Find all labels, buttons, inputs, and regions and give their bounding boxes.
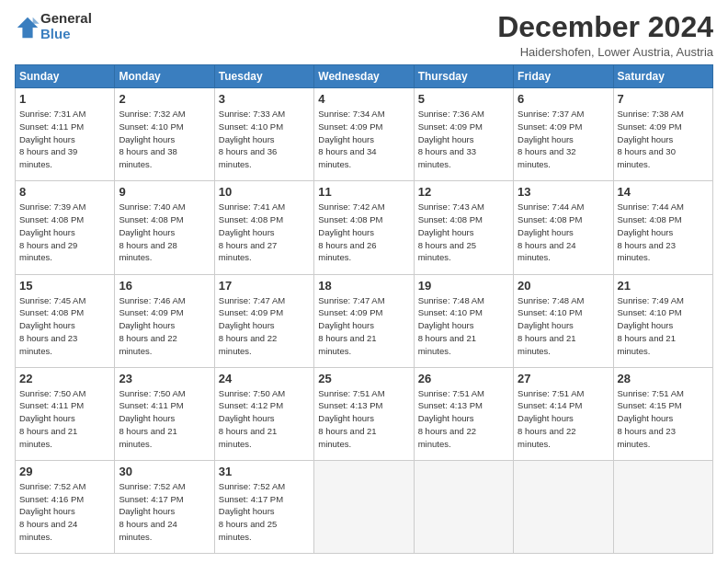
table-row	[514, 460, 613, 553]
day-info: Sunrise: 7:32 AM Sunset: 4:10 PM Dayligh…	[119, 108, 210, 171]
table-row	[314, 460, 414, 553]
day-number: 27	[518, 372, 609, 385]
table-row: 23 Sunrise: 7:50 AM Sunset: 4:11 PM Dayl…	[115, 367, 214, 460]
day-info: Sunrise: 7:42 AM Sunset: 4:08 PM Dayligh…	[318, 201, 409, 264]
day-number: 1	[19, 92, 110, 106]
table-row: 5 Sunrise: 7:36 AM Sunset: 4:09 PM Dayli…	[414, 88, 513, 181]
table-row: 15 Sunrise: 7:45 AM Sunset: 4:08 PM Dayl…	[16, 274, 115, 367]
svg-marker-1	[33, 17, 40, 23]
table-row	[414, 460, 513, 553]
day-number: 26	[418, 372, 509, 385]
table-row: 20 Sunrise: 7:48 AM Sunset: 4:10 PM Dayl…	[514, 274, 613, 367]
table-row: 19 Sunrise: 7:48 AM Sunset: 4:10 PM Dayl…	[414, 274, 513, 367]
day-info: Sunrise: 7:41 AM Sunset: 4:08 PM Dayligh…	[219, 201, 310, 264]
calendar-week-row: 8 Sunrise: 7:39 AM Sunset: 4:08 PM Dayli…	[16, 181, 713, 274]
calendar-header-row: Sunday Monday Tuesday Wednesday Thursday…	[16, 65, 713, 88]
table-row: 10 Sunrise: 7:41 AM Sunset: 4:08 PM Dayl…	[214, 181, 313, 274]
day-number: 14	[618, 185, 709, 199]
day-number: 23	[119, 372, 210, 385]
table-row: 6 Sunrise: 7:37 AM Sunset: 4:09 PM Dayli…	[514, 88, 613, 181]
col-thursday: Thursday	[414, 65, 513, 88]
table-row: 26 Sunrise: 7:51 AM Sunset: 4:13 PM Dayl…	[414, 367, 513, 460]
table-row: 27 Sunrise: 7:51 AM Sunset: 4:14 PM Dayl…	[514, 367, 613, 460]
day-number: 19	[418, 279, 509, 293]
day-info: Sunrise: 7:37 AM Sunset: 4:09 PM Dayligh…	[518, 108, 609, 171]
day-info: Sunrise: 7:44 AM Sunset: 4:08 PM Dayligh…	[518, 201, 609, 264]
table-row: 13 Sunrise: 7:44 AM Sunset: 4:08 PM Dayl…	[514, 181, 613, 274]
day-info: Sunrise: 7:44 AM Sunset: 4:08 PM Dayligh…	[618, 201, 709, 264]
table-row: 30 Sunrise: 7:52 AM Sunset: 4:17 PM Dayl…	[115, 460, 214, 553]
day-number: 25	[318, 372, 409, 385]
day-info: Sunrise: 7:31 AM Sunset: 4:11 PM Dayligh…	[19, 108, 110, 171]
calendar-table: Sunday Monday Tuesday Wednesday Thursday…	[15, 64, 713, 554]
day-info: Sunrise: 7:39 AM Sunset: 4:08 PM Dayligh…	[19, 201, 110, 264]
day-info: Sunrise: 7:51 AM Sunset: 4:15 PM Dayligh…	[618, 387, 709, 451]
day-number: 17	[219, 279, 310, 293]
logo-general: General	[40, 10, 92, 26]
table-row: 7 Sunrise: 7:38 AM Sunset: 4:09 PM Dayli…	[613, 88, 712, 181]
day-info: Sunrise: 7:33 AM Sunset: 4:10 PM Dayligh…	[219, 108, 310, 171]
day-info: Sunrise: 7:47 AM Sunset: 4:09 PM Dayligh…	[318, 294, 409, 358]
day-number: 2	[119, 92, 210, 106]
col-monday: Monday	[115, 65, 214, 88]
day-number: 15	[19, 279, 110, 293]
day-info: Sunrise: 7:52 AM Sunset: 4:16 PM Dayligh…	[19, 480, 110, 544]
day-number: 12	[418, 185, 509, 199]
day-number: 20	[518, 279, 609, 293]
col-saturday: Saturday	[613, 65, 712, 88]
table-row: 12 Sunrise: 7:43 AM Sunset: 4:08 PM Dayl…	[414, 181, 513, 274]
day-number: 28	[618, 372, 709, 385]
day-number: 13	[518, 185, 609, 199]
location: Haidershofen, Lower Austria, Austria	[497, 45, 713, 59]
table-row: 2 Sunrise: 7:32 AM Sunset: 4:10 PM Dayli…	[115, 88, 214, 181]
table-row: 22 Sunrise: 7:50 AM Sunset: 4:11 PM Dayl…	[16, 367, 115, 460]
table-row: 24 Sunrise: 7:50 AM Sunset: 4:12 PM Dayl…	[214, 367, 313, 460]
table-row: 31 Sunrise: 7:52 AM Sunset: 4:17 PM Dayl…	[214, 460, 313, 553]
month-title: December 2024	[497, 11, 713, 43]
day-number: 22	[19, 372, 110, 385]
col-tuesday: Tuesday	[214, 65, 313, 88]
day-number: 30	[119, 465, 210, 478]
day-info: Sunrise: 7:51 AM Sunset: 4:13 PM Dayligh…	[418, 387, 509, 451]
table-row: 3 Sunrise: 7:33 AM Sunset: 4:10 PM Dayli…	[214, 88, 313, 181]
logo: General Blue	[15, 11, 92, 41]
day-info: Sunrise: 7:34 AM Sunset: 4:09 PM Dayligh…	[318, 108, 409, 171]
table-row	[613, 460, 712, 553]
day-info: Sunrise: 7:38 AM Sunset: 4:09 PM Dayligh…	[618, 108, 709, 171]
col-sunday: Sunday	[16, 65, 115, 88]
table-row: 11 Sunrise: 7:42 AM Sunset: 4:08 PM Dayl…	[314, 181, 414, 274]
table-row: 16 Sunrise: 7:46 AM Sunset: 4:09 PM Dayl…	[115, 274, 214, 367]
day-info: Sunrise: 7:51 AM Sunset: 4:14 PM Dayligh…	[518, 387, 609, 451]
day-info: Sunrise: 7:45 AM Sunset: 4:08 PM Dayligh…	[19, 294, 110, 358]
day-info: Sunrise: 7:50 AM Sunset: 4:11 PM Dayligh…	[119, 387, 210, 451]
day-number: 10	[219, 185, 310, 199]
logo-text: General Blue	[40, 11, 92, 41]
day-number: 24	[219, 372, 310, 385]
title-block: December 2024 Haidershofen, Lower Austri…	[497, 11, 713, 59]
col-wednesday: Wednesday	[314, 65, 414, 88]
day-number: 16	[119, 279, 210, 293]
day-number: 5	[418, 92, 509, 106]
day-number: 9	[119, 185, 210, 199]
calendar-week-row: 15 Sunrise: 7:45 AM Sunset: 4:08 PM Dayl…	[16, 274, 713, 367]
day-info: Sunrise: 7:51 AM Sunset: 4:13 PM Dayligh…	[318, 387, 409, 451]
table-row: 17 Sunrise: 7:47 AM Sunset: 4:09 PM Dayl…	[214, 274, 313, 367]
table-row: 8 Sunrise: 7:39 AM Sunset: 4:08 PM Dayli…	[16, 181, 115, 274]
table-row: 1 Sunrise: 7:31 AM Sunset: 4:11 PM Dayli…	[16, 88, 115, 181]
table-row: 14 Sunrise: 7:44 AM Sunset: 4:08 PM Dayl…	[613, 181, 712, 274]
logo-icon	[15, 15, 40, 40]
day-number: 11	[318, 185, 409, 199]
day-info: Sunrise: 7:48 AM Sunset: 4:10 PM Dayligh…	[418, 294, 509, 358]
day-info: Sunrise: 7:50 AM Sunset: 4:11 PM Dayligh…	[19, 387, 110, 451]
day-number: 3	[219, 92, 310, 106]
day-info: Sunrise: 7:52 AM Sunset: 4:17 PM Dayligh…	[119, 480, 210, 544]
day-info: Sunrise: 7:40 AM Sunset: 4:08 PM Dayligh…	[119, 201, 210, 264]
day-info: Sunrise: 7:43 AM Sunset: 4:08 PM Dayligh…	[418, 201, 509, 264]
table-row: 29 Sunrise: 7:52 AM Sunset: 4:16 PM Dayl…	[16, 460, 115, 553]
day-info: Sunrise: 7:47 AM Sunset: 4:09 PM Dayligh…	[219, 294, 310, 358]
day-number: 31	[219, 465, 310, 478]
day-number: 29	[19, 465, 110, 478]
day-info: Sunrise: 7:50 AM Sunset: 4:12 PM Dayligh…	[219, 387, 310, 451]
calendar-week-row: 22 Sunrise: 7:50 AM Sunset: 4:11 PM Dayl…	[16, 367, 713, 460]
header: General Blue December 2024 Haidershofen,…	[15, 11, 713, 59]
